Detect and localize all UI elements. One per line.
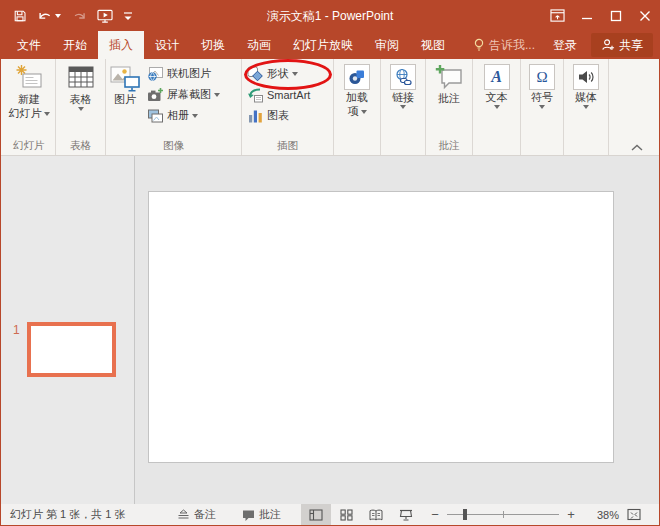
ribbon-group-comments: 批注 批注 <box>426 59 473 155</box>
normal-view-icon <box>309 509 323 521</box>
redo-button[interactable] <box>70 8 88 25</box>
window-controls <box>543 1 659 31</box>
slide-thumbnail-1[interactable] <box>27 322 116 377</box>
screenshot-button[interactable]: 屏幕截图 <box>143 84 224 105</box>
slide-canvas[interactable] <box>148 191 614 463</box>
ribbon-group-tables: 表格 表格 <box>56 59 106 155</box>
illustrations-buttons: 形状 SmartArt 图表 <box>243 62 314 138</box>
text-button[interactable]: A 文本 <box>481 62 513 152</box>
tab-home[interactable]: 开始 <box>52 31 98 59</box>
new-slide-button[interactable]: 新建 幻灯片 <box>6 62 53 138</box>
zoom-level[interactable]: 38% <box>583 509 619 521</box>
tab-review[interactable]: 审阅 <box>364 31 410 59</box>
shapes-label: 形状 <box>267 66 289 81</box>
smartart-button[interactable]: SmartArt <box>243 84 314 105</box>
ribbon-insert: 新建 幻灯片 幻灯片 表格 表格 图片 <box>1 59 659 156</box>
links-icon <box>390 64 416 90</box>
smartart-icon <box>247 87 264 103</box>
slideshow-view-button[interactable] <box>391 504 421 525</box>
ribbon-group-links: 链接 <box>381 59 426 155</box>
undo-dropdown-caret[interactable] <box>55 14 61 18</box>
pictures-icon <box>110 66 140 92</box>
zoom-in-button[interactable]: + <box>561 507 581 522</box>
tabbar-right-cluster: 告诉我... 登录 共享 <box>465 31 659 59</box>
links-label: 链接 <box>392 91 414 104</box>
photo-album-button[interactable]: 相册 <box>143 105 224 126</box>
comments-button[interactable]: 批注 <box>236 504 287 525</box>
tab-transitions[interactable]: 切换 <box>190 31 236 59</box>
reading-view-button[interactable] <box>361 504 391 525</box>
sign-in-button[interactable]: 登录 <box>543 37 587 54</box>
ribbon-group-illustrations: 形状 SmartArt 图表 插图 <box>242 59 334 155</box>
slide-thumbnail-panel[interactable]: 1 <box>1 156 135 504</box>
symbols-label: 符号 <box>531 91 553 104</box>
maximize-button[interactable] <box>601 1 630 31</box>
fit-slide-to-window-button[interactable] <box>625 504 643 525</box>
tab-design[interactable]: 设计 <box>144 31 190 59</box>
zoom-slider[interactable] <box>447 504 559 525</box>
shapes-button[interactable]: 形状 <box>243 63 314 84</box>
close-button[interactable] <box>630 1 659 31</box>
fit-window-icon <box>627 508 641 521</box>
ribbon-display-options-icon <box>550 9 565 23</box>
tell-me-button[interactable]: 告诉我... <box>465 37 543 54</box>
table-button[interactable]: 表格 <box>64 62 98 138</box>
zoom-slider-thumb[interactable] <box>463 509 467 520</box>
notes-button[interactable]: 备注 <box>171 504 222 525</box>
chart-label: 图表 <box>267 108 289 123</box>
chart-button[interactable]: 图表 <box>243 105 314 126</box>
collapse-ribbon-button[interactable] <box>631 144 643 151</box>
media-button[interactable]: 媒体 <box>570 62 602 152</box>
tab-insert[interactable]: 插入 <box>98 31 144 59</box>
dropdown-caret <box>494 105 500 109</box>
customize-qat-button[interactable] <box>122 10 134 23</box>
dropdown-caret <box>583 105 589 109</box>
new-slide-icon <box>15 64 43 92</box>
tab-slideshow[interactable]: 幻灯片放映 <box>282 31 364 59</box>
chevron-up-icon <box>631 144 643 151</box>
workspace: 1 <box>1 156 659 504</box>
symbols-button[interactable]: Ω 符号 <box>526 62 558 152</box>
powerpoint-window: 演示文稿1 - PowerPoint 文件 开始 插入 设计 切换 动画 幻灯片… <box>0 0 660 526</box>
normal-view-button[interactable] <box>301 504 331 525</box>
slide-sorter-view-button[interactable] <box>331 504 361 525</box>
photo-album-icon <box>147 108 164 124</box>
photo-album-label: 相册 <box>167 108 189 123</box>
links-button[interactable]: 链接 <box>387 62 419 152</box>
save-button[interactable] <box>11 7 29 25</box>
slide-count-status: 幻灯片 第 1 张，共 1 张 <box>6 507 171 522</box>
reading-view-icon <box>369 509 383 521</box>
text-glyph: A <box>491 68 502 86</box>
online-pictures-button[interactable]: 联机图片 <box>143 63 224 84</box>
slide-editing-area[interactable] <box>135 156 659 504</box>
comment-button[interactable]: 批注 <box>431 62 467 138</box>
dropdown-caret <box>400 105 406 109</box>
dropdown-caret <box>214 93 220 97</box>
zoom-out-button[interactable]: − <box>425 507 445 522</box>
share-label: 共享 <box>619 37 643 54</box>
share-button[interactable]: 共享 <box>591 33 653 57</box>
tab-file[interactable]: 文件 <box>6 31 52 59</box>
ribbon-group-media: 媒体 <box>564 59 609 155</box>
start-slideshow-button[interactable] <box>95 7 115 26</box>
group-label-slides: 幻灯片 <box>13 138 45 155</box>
ribbon-display-options-button[interactable] <box>543 1 572 31</box>
comment-icon <box>434 64 464 91</box>
dropdown-caret <box>361 110 367 114</box>
addins-button[interactable]: 加载 项 <box>341 62 373 152</box>
addins-label-line1: 加载 <box>346 91 368 104</box>
quick-access-toolbar <box>1 7 134 26</box>
table-icon <box>67 64 95 92</box>
ribbon-group-images: 图片 联机图片 屏幕截图 相册 <box>106 59 242 155</box>
speaker-icon <box>573 64 599 90</box>
dropdown-caret <box>539 105 545 109</box>
undo-button[interactable] <box>36 8 63 25</box>
pictures-button[interactable]: 图片 <box>107 62 143 138</box>
tab-animations[interactable]: 动画 <box>236 31 282 59</box>
chart-icon <box>247 108 264 124</box>
omega-icon: Ω <box>529 64 555 90</box>
tab-view[interactable]: 视图 <box>410 31 456 59</box>
slideshow-view-icon <box>399 509 413 521</box>
minimize-button[interactable] <box>572 1 601 31</box>
ribbon-group-text: A 文本 <box>473 59 521 155</box>
